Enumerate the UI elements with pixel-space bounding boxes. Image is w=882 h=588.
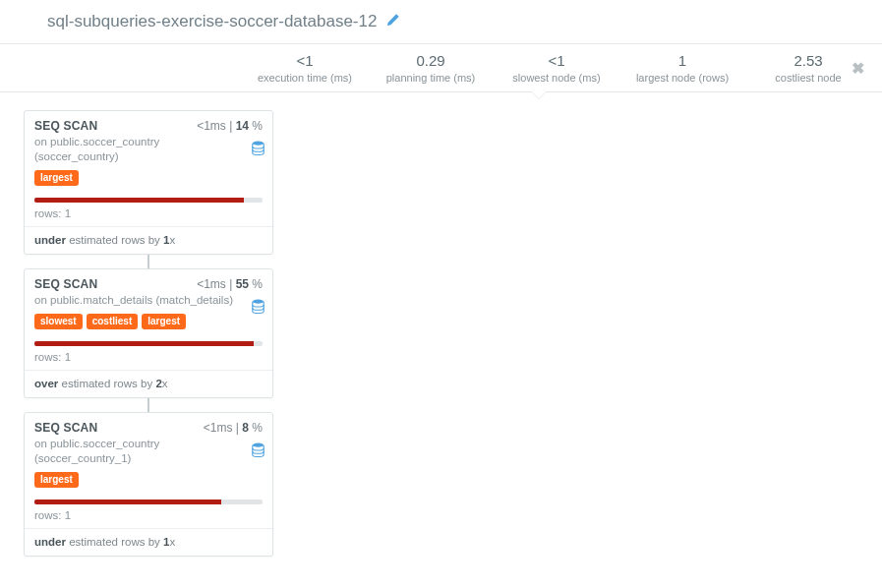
stat-value: 1 [633, 50, 732, 71]
connector-line [24, 398, 273, 412]
plan-tree: SEQ SCAN <1ms | 14 % on public.soccer_co… [0, 92, 882, 557]
node-relation: on public.soccer_country (soccer_country… [34, 135, 263, 164]
stat-value: 2.53 [759, 50, 857, 71]
plan-node[interactable]: SEQ SCAN <1ms | 55 % on public.match_det… [24, 268, 273, 398]
rows-line: rows: 1 [25, 504, 272, 528]
node-pct: 8 [242, 421, 249, 435]
on-prefix: on [34, 438, 50, 449]
plan-node-wrap: SEQ SCAN <1ms | 55 % on public.match_det… [24, 268, 882, 398]
stat-costliest-node: 2.53 costliest node [759, 50, 857, 86]
est-mid: estimated rows by [66, 234, 163, 246]
stat-value: 0.29 [382, 50, 480, 71]
node-timing: <1ms | 8 % [204, 421, 263, 435]
page-root: sql-subqueries-exercise-soccer-database-… [0, 0, 882, 576]
estimate-line: under estimated rows by 1x [25, 226, 272, 254]
node-type: SEQ SCAN [34, 421, 97, 435]
stat-value: <1 [507, 50, 606, 71]
on-target: public.soccer_country (soccer_country_1) [34, 438, 159, 464]
node-header: SEQ SCAN <1ms | 8 % on public.soccer_cou… [25, 413, 272, 492]
node-pct: 55 [236, 277, 249, 291]
on-target: public.match_details (match_details) [50, 294, 233, 306]
est-mid: estimated rows by [58, 378, 155, 389]
node-relation: on public.soccer_country (soccer_country… [34, 437, 263, 466]
rows-value: 1 [65, 207, 71, 219]
badges: largest [34, 472, 263, 488]
badge-largest: largest [34, 472, 79, 488]
node-header: SEQ SCAN <1ms | 55 % on public.match_det… [25, 269, 272, 333]
plan-node-wrap: SEQ SCAN <1ms | 8 % on public.soccer_cou… [24, 412, 882, 557]
est-dir: over [34, 378, 58, 389]
stats-pointer-icon [531, 91, 547, 99]
connector-line [24, 255, 273, 268]
node-time: <1 [197, 277, 210, 291]
plan-node[interactable]: SEQ SCAN <1ms | 14 % on public.soccer_co… [24, 110, 273, 255]
svg-point-0 [253, 142, 264, 146]
node-timing: <1ms | 14 % [197, 119, 263, 133]
est-suffix: x [169, 234, 175, 246]
node-title-row: SEQ SCAN <1ms | 14 % [34, 119, 263, 133]
rows-label: rows: [34, 207, 65, 219]
estimate-line: under estimated rows by 1x [25, 528, 272, 556]
database-icon [252, 442, 265, 460]
stat-execution-time: <1 execution time (ms) [256, 50, 354, 86]
node-title-row: SEQ SCAN <1ms | 8 % [34, 421, 263, 435]
plan-node-wrap: SEQ SCAN <1ms | 14 % on public.soccer_co… [24, 110, 882, 255]
stat-label: largest node (rows) [633, 71, 732, 86]
node-time-unit: ms [210, 119, 226, 133]
node-type: SEQ SCAN [34, 277, 97, 291]
stat-planning-time: 0.29 planning time (ms) [382, 50, 480, 86]
node-title-row: SEQ SCAN <1ms | 55 % [34, 277, 263, 291]
node-time-unit: ms [217, 421, 233, 435]
stats-inner: <1 execution time (ms) 0.29 planning tim… [256, 50, 857, 86]
page-title: sql-subqueries-exercise-soccer-database-… [47, 12, 377, 31]
est-dir: under [34, 536, 66, 548]
stat-label: execution time (ms) [256, 71, 354, 86]
badges: largest [34, 170, 263, 186]
rows-label: rows: [34, 351, 65, 363]
node-time-unit: ms [210, 277, 226, 291]
node-time: <1 [204, 421, 217, 435]
svg-point-1 [253, 300, 264, 304]
stat-label: slowest node (ms) [507, 71, 606, 86]
on-prefix: on [34, 294, 50, 306]
node-type: SEQ SCAN [34, 119, 97, 133]
node-pct: 14 [236, 119, 249, 133]
est-dir: under [34, 234, 66, 246]
stat-label: planning time (ms) [382, 71, 480, 86]
stat-label: costliest node [759, 71, 857, 86]
on-prefix: on [34, 136, 50, 147]
node-time: <1 [197, 119, 210, 133]
on-target: public.soccer_country (soccer_country) [34, 136, 159, 162]
database-icon [252, 141, 265, 158]
est-suffix: x [169, 536, 175, 548]
stats-bar: <1 execution time (ms) 0.29 planning tim… [0, 43, 882, 92]
node-timing: <1ms | 55 % [197, 277, 263, 291]
est-mid: estimated rows by [66, 536, 163, 548]
badge-slowest: slowest [34, 314, 83, 329]
stat-largest-node: 1 largest node (rows) [633, 50, 732, 86]
rows-line: rows: 1 [25, 203, 272, 226]
estimate-line: over estimated rows by 2x [25, 370, 272, 397]
badge-largest: largest [34, 170, 79, 186]
rows-value: 1 [65, 351, 71, 363]
plan-node[interactable]: SEQ SCAN <1ms | 8 % on public.soccer_cou… [24, 412, 273, 557]
close-icon[interactable]: ✖ [852, 59, 864, 78]
badges: slowest costliest largest [34, 314, 263, 329]
title-row: sql-subqueries-exercise-soccer-database-… [0, 0, 882, 37]
edit-icon[interactable] [386, 12, 400, 31]
rows-value: 1 [65, 509, 71, 521]
badge-costliest: costliest [87, 314, 139, 329]
svg-point-2 [253, 443, 264, 447]
badge-largest: largest [142, 314, 186, 329]
rows-line: rows: 1 [25, 346, 272, 370]
database-icon [252, 299, 265, 317]
stat-value: <1 [256, 50, 354, 71]
est-suffix: x [162, 378, 168, 389]
node-relation: on public.match_details (match_details) [34, 293, 263, 308]
node-header: SEQ SCAN <1ms | 14 % on public.soccer_co… [25, 111, 272, 190]
rows-label: rows: [34, 509, 65, 521]
stat-slowest-node: <1 slowest node (ms) [507, 50, 606, 86]
